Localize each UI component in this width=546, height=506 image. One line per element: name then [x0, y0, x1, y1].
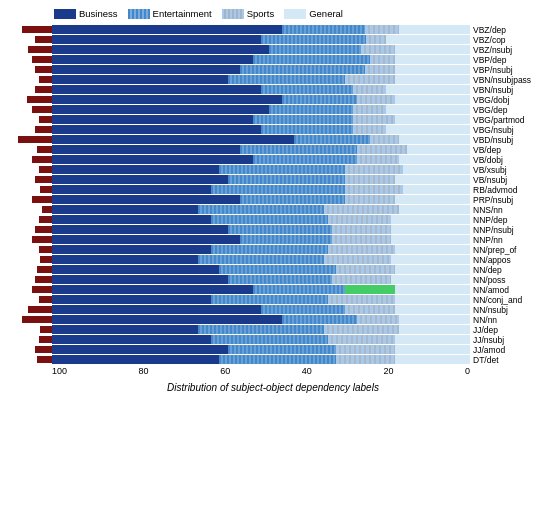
- bar-seg-0: [52, 95, 282, 104]
- left-bar-fill: [35, 276, 52, 283]
- legend-entertainment-label: Entertainment: [153, 8, 212, 19]
- left-bar-row: [4, 105, 52, 114]
- bar-row: [52, 295, 470, 304]
- y-label: NNP/nn: [470, 235, 542, 244]
- bar-seg-2: [353, 125, 386, 134]
- bar-row: [52, 145, 470, 154]
- bar-seg-3: [399, 205, 470, 214]
- bar-seg-0: [52, 225, 228, 234]
- bar-seg-0: [52, 85, 261, 94]
- bar-seg-1: [261, 125, 353, 134]
- bar-seg-2: [345, 195, 395, 204]
- bar-seg-1: [219, 355, 336, 364]
- bar-row: [52, 235, 470, 244]
- bar-row: [52, 85, 470, 94]
- left-bar-fill: [28, 46, 52, 53]
- bar-seg-0: [52, 205, 198, 214]
- bar-row: [52, 45, 470, 54]
- left-bar-row: [4, 235, 52, 244]
- bar-seg-3: [407, 145, 470, 154]
- bar-seg-3: [399, 155, 470, 164]
- bar-seg-3: [399, 325, 470, 334]
- bar-row: [52, 35, 470, 44]
- bar-seg-1: [253, 55, 370, 64]
- bar-seg-2: [365, 25, 398, 34]
- y-label: JJ/amod: [470, 345, 542, 354]
- bar-row: [52, 255, 470, 264]
- bar-row: [52, 155, 470, 164]
- bar-seg-0: [52, 65, 240, 74]
- bar-seg-1: [282, 95, 357, 104]
- legend-business: Business: [54, 8, 118, 19]
- bar-seg-1: [211, 335, 328, 344]
- bar-seg-1: [240, 235, 332, 244]
- bar-seg-1: [211, 245, 328, 254]
- bar-seg-0: [52, 35, 261, 44]
- bar-seg-1: [261, 305, 345, 314]
- entertainment-color-swatch: [128, 9, 150, 19]
- bar-seg-1: [253, 155, 358, 164]
- legend-general: General: [284, 8, 343, 19]
- left-bar-row: [4, 145, 52, 154]
- bar-seg-1: [240, 195, 345, 204]
- bar-seg-3: [395, 115, 470, 124]
- bar-row: [52, 315, 470, 324]
- bar-seg-0: [52, 325, 198, 334]
- bar-seg-0: [52, 295, 211, 304]
- bar-row: [52, 55, 470, 64]
- bar-row: [52, 275, 470, 284]
- y-label: JJ/dep: [470, 325, 542, 334]
- bar-seg-3: [399, 135, 470, 144]
- left-bar-row: [4, 275, 52, 284]
- left-bar-row: [4, 285, 52, 294]
- bar-row: [52, 335, 470, 344]
- bar-seg-2: [324, 325, 399, 334]
- bar-seg-0: [52, 45, 269, 54]
- bar-seg-1: [198, 255, 323, 264]
- left-bar-fill: [40, 256, 52, 263]
- bar-seg-1: [219, 265, 336, 274]
- left-bar-row: [4, 215, 52, 224]
- left-bar-row: [4, 255, 52, 264]
- left-bar-row: [4, 195, 52, 204]
- left-bar-fill: [37, 266, 52, 273]
- bar-seg-3: [391, 235, 470, 244]
- bar-seg-1: [282, 25, 366, 34]
- y-label: NN/nn: [470, 315, 542, 324]
- bar-seg-3: [395, 295, 470, 304]
- x-label-0: 0: [465, 366, 470, 376]
- bar-seg-0: [52, 145, 240, 154]
- left-bar-row: [4, 185, 52, 194]
- bar-seg-2: [370, 135, 399, 144]
- left-bar-fill: [39, 296, 52, 303]
- bar-seg-3: [395, 285, 470, 294]
- bar-row: [52, 285, 470, 294]
- y-label: NN/appos: [470, 255, 542, 264]
- left-bar-fill: [39, 336, 52, 343]
- left-bar-row: [4, 305, 52, 314]
- bar-seg-0: [52, 185, 211, 194]
- y-label: NNP/nsubj: [470, 225, 542, 234]
- bar-seg-1: [269, 45, 361, 54]
- bar-seg-2: [357, 315, 399, 324]
- left-bar-fill: [22, 26, 52, 33]
- y-label: VBG/nsubj: [470, 125, 542, 134]
- bar-seg-0: [52, 25, 282, 34]
- x-label-20: 20: [383, 366, 393, 376]
- bar-seg-2: [336, 265, 395, 274]
- y-label: VBN/nsubjpass: [470, 75, 542, 84]
- bar-seg-0: [52, 215, 211, 224]
- bar-seg-3: [403, 165, 470, 174]
- bar-row: [52, 135, 470, 144]
- bar-row: [52, 175, 470, 184]
- left-bar-row: [4, 35, 52, 44]
- left-bar-row: [4, 295, 52, 304]
- left-bar-row: [4, 265, 52, 274]
- left-bar-fill: [42, 206, 52, 213]
- left-bar-row: [4, 325, 52, 334]
- bar-seg-1: [253, 285, 345, 294]
- left-bar-fill: [35, 226, 52, 233]
- bar-seg-2: [345, 185, 404, 194]
- y-label: NNP/dep: [470, 215, 542, 224]
- bar-seg-1: [228, 275, 333, 284]
